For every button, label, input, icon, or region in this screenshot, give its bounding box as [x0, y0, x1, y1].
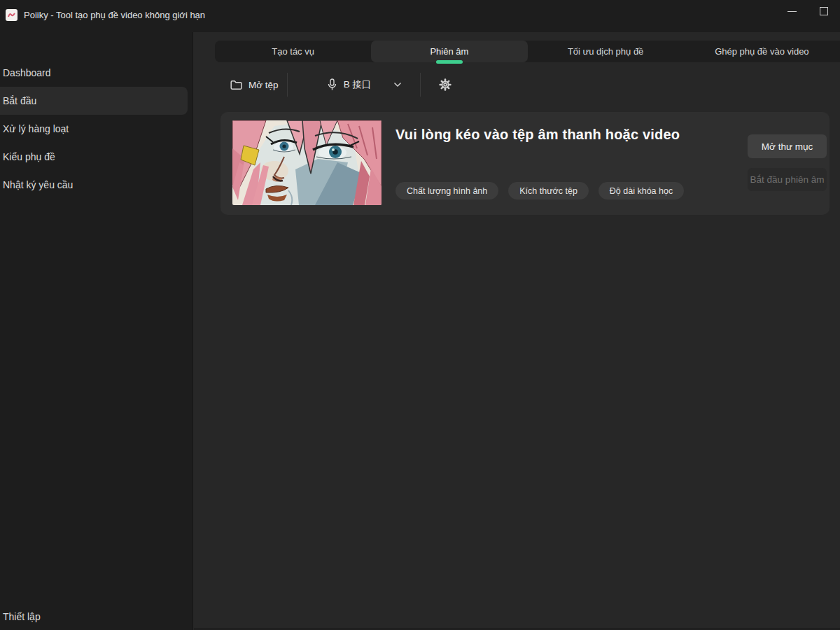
media-thumbnail — [232, 120, 382, 205]
start-transcription-button[interactable]: Bắt đầu phiên âm — [748, 168, 827, 191]
engine-selector[interactable]: B 接口 — [316, 73, 414, 97]
titlebar: Poiiky - Tool tạo phụ đề video không giớ… — [0, 0, 840, 32]
sidebar-item-request-log[interactable]: Nhật ký yêu cầu — [0, 171, 192, 199]
tab-merge-subtitle-video[interactable]: Ghép phụ đề vào video — [684, 41, 840, 62]
sidebar-item-settings[interactable]: Thiết lập — [0, 603, 188, 630]
badge-image-quality: Chất lượng hình ảnh — [396, 182, 498, 200]
open-file-button[interactable]: Mở tệp — [222, 74, 287, 96]
toolbar-separator — [287, 73, 288, 97]
sidebar-item-start[interactable]: Bắt đầu — [0, 87, 188, 115]
maximize-icon — [820, 7, 828, 15]
active-tab-indicator — [436, 60, 463, 64]
folder-icon — [230, 80, 242, 90]
sidebar-item-batch-processing[interactable]: Xử lý hàng loạt — [0, 115, 192, 143]
open-folder-button[interactable]: Mở thư mục — [748, 134, 827, 158]
toolbar-separator — [420, 73, 421, 97]
tab-bar: Tạo tác vụ Phiên âm Tối ưu dịch phụ đề G… — [215, 41, 840, 62]
maximize-button[interactable] — [808, 0, 840, 22]
minimize-icon — [788, 11, 797, 12]
sidebar-nav: Dashboard Bắt đầu Xử lý hàng loạt Kiểu p… — [0, 59, 192, 199]
dropzone-card[interactable]: Vui lòng kéo vào tệp âm thanh hoặc video… — [220, 112, 830, 215]
tab-optimize-translate[interactable]: Tối ưu dịch phụ đề — [528, 41, 684, 62]
window-title: Poiiky - Tool tạo phụ đề video không giớ… — [24, 0, 205, 32]
engine-selector-value: B 接口 — [344, 78, 372, 91]
window-controls — [776, 0, 840, 22]
open-file-label: Mở tệp — [248, 80, 279, 90]
gear-icon — [438, 78, 452, 92]
toolbar: Mở tệp B 接口 — [194, 70, 840, 99]
chevron-down-icon — [393, 82, 402, 88]
minimize-button[interactable] — [776, 0, 808, 22]
app-logo-icon — [6, 9, 18, 21]
settings-button[interactable] — [431, 72, 459, 97]
main-content: Tạo tác vụ Phiên âm Tối ưu dịch phụ đề G… — [194, 32, 840, 630]
tab-create-task[interactable]: Tạo tác vụ — [215, 41, 371, 62]
tab-transcription-label: Phiên âm — [430, 46, 468, 57]
tab-transcription[interactable]: Phiên âm — [371, 41, 527, 62]
sidebar-item-subtitle-style[interactable]: Kiểu phụ đề — [0, 143, 192, 171]
sidebar-item-dashboard[interactable]: Dashboard — [0, 59, 192, 87]
sidebar: Dashboard Bắt đầu Xử lý hàng loạt Kiểu p… — [0, 32, 193, 630]
badge-file-size: Kích thước tệp — [508, 182, 589, 200]
microphone-icon — [327, 78, 337, 91]
dropzone-heading: Vui lòng kéo vào tệp âm thanh hoặc video — [396, 127, 680, 143]
badge-row: Chất lượng hình ảnh Kích thước tệp Độ dà… — [396, 182, 684, 200]
badge-course-length: Độ dài khóa học — [598, 182, 684, 200]
